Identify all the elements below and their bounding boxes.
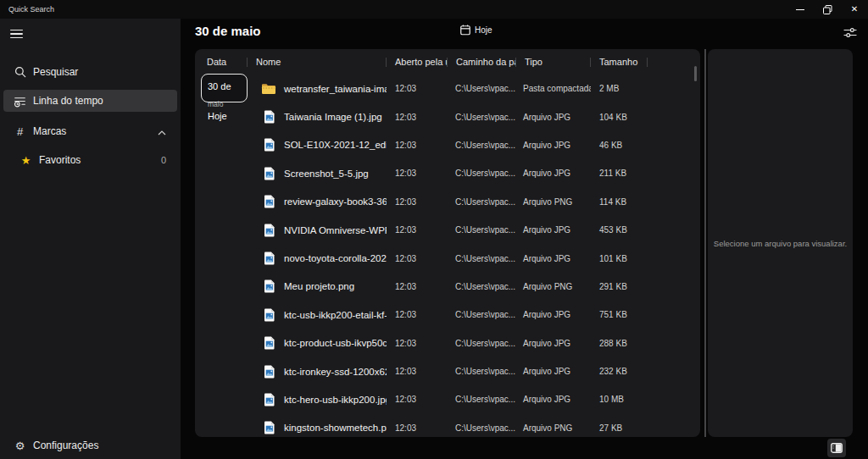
cell-name: ktc-product-usb-ikvp50c-...	[248, 336, 387, 350]
cell-folder-path: C:\Users\vpac...	[448, 169, 516, 178]
table-row[interactable]: Taiwania Image (1).jpg 12:03 C:\Users\vp…	[195, 102, 700, 130]
cell-folder-path: C:\Users\vpac...	[448, 395, 516, 404]
preview-placeholder-text: Selecione um arquivo para visualizar.	[714, 239, 847, 248]
cell-opened-time: 12:03	[387, 254, 448, 263]
table-row[interactable]: novo-toyota-corolla-2023... 12:03 C:\Use…	[195, 244, 700, 272]
sidebar-item-label: Favoritos	[39, 154, 81, 166]
filter-sliders-icon	[843, 27, 857, 38]
titlebar: Quick Search ✕	[0, 0, 868, 19]
sidebar-item-search[interactable]: Pesquisar	[3, 61, 177, 83]
cell-folder-path: C:\Users\vpac...	[448, 310, 516, 319]
column-header[interactable]: Caminho da pas...	[448, 51, 516, 73]
cell-file-type: Arquivo PNG	[516, 282, 591, 291]
sidebar: Pesquisar Linha do tempo # Marcas ★ Favo…	[0, 19, 181, 459]
preview-panel: Selecione um arquivo para visualizar.	[708, 49, 853, 437]
today-chip[interactable]: Hoje	[460, 25, 492, 36]
cell-file-type: Arquivo JPG	[516, 225, 591, 235]
file-type-icon	[261, 279, 276, 293]
table-row[interactable]: wetransfer_taiwania-imag... 12:03 C:\Use…	[195, 75, 700, 102]
image-file-icon	[264, 393, 275, 406]
sidebar-item-settings[interactable]: ⚙ Configurações	[3, 434, 177, 456]
sidebar-item-favorites[interactable]: ★ Favoritos 0	[3, 149, 177, 171]
column-header[interactable]: Aberto pela úl...	[387, 51, 448, 73]
sidebar-item-label: Marcas	[33, 125, 66, 137]
file-type-icon	[261, 308, 276, 322]
file-type-icon	[261, 195, 276, 208]
file-type-icon	[261, 167, 276, 180]
cell-file-size: 10 MB	[591, 395, 648, 404]
cell-opened-time: 12:03	[387, 84, 448, 93]
search-icon	[14, 66, 26, 78]
page-title: 30 de maio	[195, 24, 261, 38]
cell-file-size: 211 KB	[591, 169, 648, 178]
column-header[interactable]: Data	[195, 51, 248, 73]
file-name: wetransfer_taiwania-imag...	[284, 84, 387, 94]
cell-folder-path: C:\Users\vpac...	[448, 254, 516, 263]
date-badge-month: maio	[208, 100, 223, 108]
image-file-icon	[264, 279, 275, 293]
image-file-icon	[264, 195, 275, 208]
cell-file-size: 288 KB	[591, 339, 648, 348]
cell-file-size: 2 MB	[591, 84, 648, 93]
cell-file-size: 104 KB	[591, 113, 648, 122]
file-type-icon	[261, 224, 276, 237]
panel-splitter[interactable]	[704, 49, 706, 437]
cell-name: wetransfer_taiwania-imag...	[248, 82, 387, 96]
file-type-icon	[261, 421, 276, 434]
cell-file-type: Pasta compactada	[516, 84, 591, 93]
page-header: 30 de maio Hoje	[195, 19, 868, 49]
minimize-button[interactable]	[787, 0, 814, 19]
file-name: ktc-hero-usb-ikkp200.jpg	[284, 395, 387, 405]
table-row[interactable]: ktc-hero-usb-ikkp200.jpg 12:03 C:\Users\…	[195, 385, 700, 413]
file-type-icon	[261, 252, 276, 265]
table-scrollbar-thumb[interactable]	[694, 66, 698, 81]
table-row[interactable]: Screenshot_5-5.jpg 12:03 C:\Users\vpac..…	[195, 159, 700, 187]
table-row[interactable]: SOL-E10X-2021-12_edite... 12:03 C:\Users…	[195, 131, 700, 159]
table-row[interactable]: NVIDIA Omniverse-WPP-... 12:03 C:\Users\…	[195, 216, 700, 244]
close-icon: ✕	[851, 5, 858, 14]
preview-pane-toggle-button[interactable]	[827, 439, 846, 457]
table-row[interactable]: kingston-showmetech.png 12:03 C:\Users\v…	[195, 414, 700, 437]
cell-file-size: 46 KB	[591, 141, 648, 150]
cell-file-type: Arquivo JPG	[516, 339, 591, 348]
file-name: review-galaxy-book3-360...	[284, 196, 387, 207]
cell-name: ktc-usb-ikkp200-etail-kf-...	[248, 308, 387, 322]
chevron-up-icon[interactable]	[158, 124, 166, 139]
file-table-panel: Data Nome Aberto pela úl... Caminho da p…	[195, 49, 700, 437]
table-row[interactable]: review-galaxy-book3-360... 12:03 C:\User…	[195, 188, 700, 216]
favorites-count-badge: 0	[161, 155, 166, 165]
sidebar-item-timeline[interactable]: Linha do tempo	[3, 90, 177, 112]
cell-name: ktc-hero-usb-ikkp200.jpg	[248, 393, 387, 406]
maximize-button[interactable]	[814, 0, 841, 19]
sidebar-item-tags[interactable]: # Marcas	[3, 120, 177, 142]
cell-name: SOL-E10X-2021-12_edite...	[248, 138, 387, 152]
sidebar-item-label: Configurações	[33, 440, 98, 451]
cell-file-size: 114 KB	[591, 197, 648, 207]
column-header[interactable]: Tipo	[516, 51, 591, 73]
hash-icon: #	[14, 126, 26, 137]
column-header[interactable]: Nome	[248, 51, 387, 73]
file-name: kingston-showmetech.png	[284, 423, 387, 433]
menu-button[interactable]	[10, 25, 31, 42]
cell-name: kingston-showmetech.png	[248, 421, 387, 434]
cell-file-size: 101 KB	[591, 254, 648, 263]
file-name: Meu projeto.png	[284, 281, 354, 291]
image-file-icon	[264, 365, 275, 379]
cell-folder-path: C:\Users\vpac...	[448, 367, 516, 376]
table-row[interactable]: ktc-ironkey-ssd-1200x62... 12:03 C:\User…	[195, 357, 700, 385]
image-file-icon	[264, 336, 275, 350]
file-type-icon	[261, 365, 276, 379]
column-header[interactable]: Tamanho	[591, 51, 648, 73]
table-row[interactable]: ktc-usb-ikkp200-etail-kf-... 12:03 C:\Us…	[195, 301, 700, 329]
file-name: Taiwania Image (1).jpg	[284, 112, 382, 122]
table-row[interactable]: Meu projeto.png 12:03 C:\Users\vpac... A…	[195, 273, 700, 301]
cell-file-size: 751 KB	[591, 310, 648, 319]
cell-file-type: Arquivo JPG	[516, 310, 591, 319]
image-file-icon	[264, 308, 275, 322]
filter-button[interactable]	[841, 24, 860, 41]
cell-file-type: Arquivo PNG	[516, 423, 591, 433]
cell-opened-time: 12:03	[387, 197, 448, 207]
table-row[interactable]: ktc-product-usb-ikvp50c-... 12:03 C:\Use…	[195, 329, 700, 357]
window-controls: ✕	[787, 0, 868, 19]
close-button[interactable]: ✕	[841, 0, 868, 19]
